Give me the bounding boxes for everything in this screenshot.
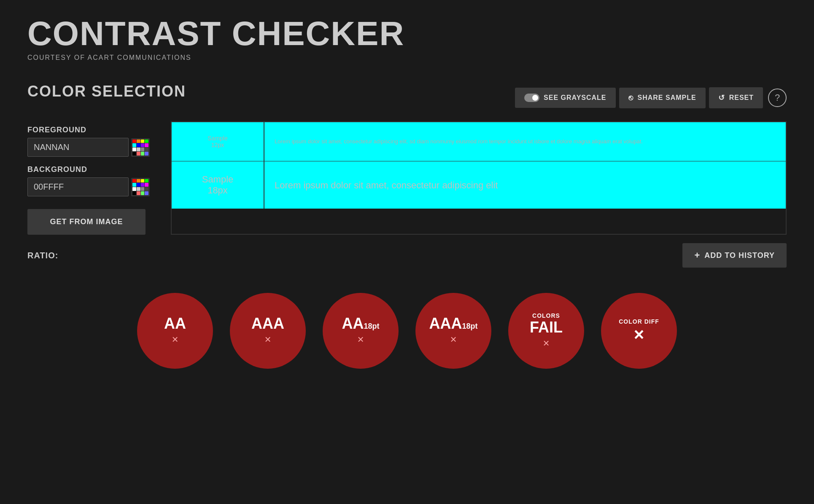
preview-body-small-text: Lorem ipsum dolor sit amet, consectetur … <box>275 137 643 146</box>
background-input-row <box>27 177 171 196</box>
plus-icon: + <box>694 250 700 261</box>
color-inputs-panel: FOREGROUND BACKGROUND GET FROM IMAGE <box>27 121 171 235</box>
badge-aa-x: × <box>172 333 178 346</box>
preview-row-large: Sample18px Lorem ipsum dolor sit amet, c… <box>172 161 786 209</box>
toolbar: SEE GRAYSCALE ⎋ SHARE SAMPLE ↺ RESET <box>515 87 763 108</box>
badge-color-diff-x: × <box>634 326 644 343</box>
badge-aaa-18pt-label: AAA18pt <box>429 316 477 331</box>
badge-aa-label: AA <box>164 316 186 331</box>
toggle-icon <box>524 94 539 102</box>
foreground-label: FOREGROUND <box>27 126 171 134</box>
grayscale-button[interactable]: SEE GRAYSCALE <box>515 88 615 108</box>
help-icon[interactable]: ? <box>768 88 787 107</box>
background-label: BACKGROUND <box>27 165 171 174</box>
badge-aa-18pt-sub: 18pt <box>364 322 379 330</box>
preview-label-large: Sample18px <box>172 161 264 209</box>
app-subtitle: COURTESY OF ACART COMMUNICATIONS <box>27 54 787 62</box>
badge-colors-label: COLORS <box>532 312 560 319</box>
preview-row-small: Sample12px Lorem ipsum dolor sit amet, c… <box>172 122 786 161</box>
badge-colors-fail[interactable]: COLORS FAIL × <box>508 293 584 369</box>
badge-aa-18pt[interactable]: AA18pt × <box>323 293 399 369</box>
foreground-input[interactable] <box>27 138 129 157</box>
preview-body-large-text: Lorem ipsum dolor sit amet, consectetur … <box>275 178 498 192</box>
badge-aaa-label: AAA <box>251 316 284 331</box>
preview-label-small: Sample12px <box>172 122 264 161</box>
foreground-input-row <box>27 138 171 157</box>
preview-sample-small-text: Sample12px <box>208 135 227 148</box>
background-input[interactable] <box>27 177 129 196</box>
reset-label: RESET <box>729 94 754 102</box>
badge-fail-label: FAIL <box>530 320 563 335</box>
badge-color-diff-label: COLOR DIFF <box>619 318 659 325</box>
badge-aa-18pt-label: AA18pt <box>342 316 379 331</box>
preview-area: Sample12px Lorem ipsum dolor sit amet, c… <box>171 121 787 235</box>
preview-sample-large-text: Sample18px <box>202 174 234 196</box>
get-from-image-button[interactable]: GET FROM IMAGE <box>27 209 146 235</box>
badge-aa[interactable]: AA × <box>137 293 213 369</box>
background-palette-icon[interactable] <box>131 178 150 196</box>
add-to-history-label: ADD TO HISTORY <box>704 251 775 260</box>
foreground-palette-icon[interactable] <box>131 138 150 157</box>
badge-aaa-18pt-x: × <box>450 333 456 346</box>
ratio-bar: RATIO: + ADD TO HISTORY <box>27 243 787 268</box>
badge-aaa-18pt-sub: 18pt <box>462 322 477 330</box>
badge-aaa-18pt[interactable]: AAA18pt × <box>415 293 491 369</box>
badges-row: AA × AAA × AA18pt × AAA18pt × COLORS FAI… <box>27 293 787 386</box>
badge-color-diff[interactable]: COLOR DIFF × <box>601 293 677 369</box>
badge-aa-18pt-x: × <box>357 333 364 346</box>
add-to-history-button[interactable]: + ADD TO HISTORY <box>682 243 787 268</box>
preview-content-large: Lorem ipsum dolor sit amet, consectetur … <box>264 161 786 209</box>
grayscale-label: SEE GRAYSCALE <box>544 94 606 102</box>
preview-content-small: Lorem ipsum dolor sit amet, consectetur … <box>264 122 786 161</box>
share-icon: ⎋ <box>628 94 633 102</box>
badge-colors-fail-x: × <box>543 337 549 350</box>
section-title-color-selection: COLOR SELECTION <box>27 83 186 100</box>
badge-aaa[interactable]: AAA × <box>230 293 306 369</box>
reset-icon: ↺ <box>718 93 725 102</box>
badge-aaa-x: × <box>264 333 271 346</box>
reset-button[interactable]: ↺ RESET <box>709 87 763 108</box>
share-button[interactable]: ⎋ SHARE SAMPLE <box>619 88 706 108</box>
color-selection-area: FOREGROUND BACKGROUND GET FROM IMAGE Sam… <box>27 121 787 235</box>
app-title: CONTRAST CHECKER <box>27 17 787 51</box>
share-label: SHARE SAMPLE <box>638 94 696 102</box>
ratio-label: RATIO: <box>27 251 58 260</box>
